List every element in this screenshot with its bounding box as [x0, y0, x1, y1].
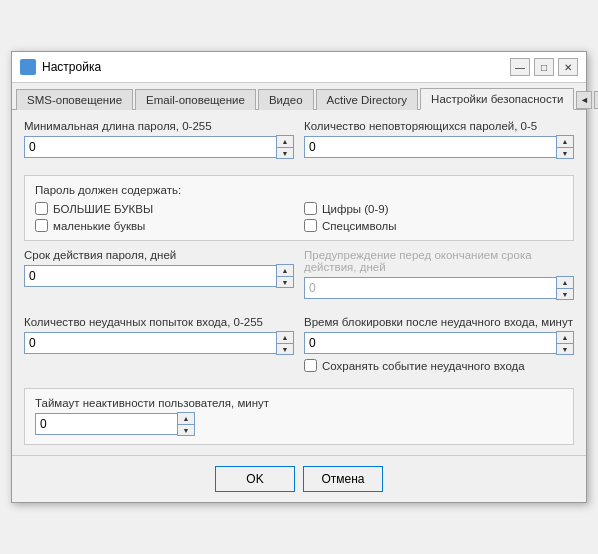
inactivity-spinner-btns: ▲ ▼ — [177, 412, 195, 436]
password-must-contain-label: Пароль должен содержать: — [35, 184, 563, 196]
tab-security-settings[interactable]: Настройки безопасности — [420, 88, 574, 110]
title-bar-left: Настройка — [20, 59, 101, 75]
inactivity-input[interactable] — [35, 413, 177, 435]
tab-sms[interactable]: SMS-оповещение — [16, 89, 133, 110]
password-expiry-section: Срок действия пароля, дней ▲ ▼ — [24, 249, 294, 300]
min-password-section: Минимальная длина пароля, 0-255 ▲ ▼ — [24, 120, 294, 159]
maximize-button[interactable]: □ — [534, 58, 554, 76]
password-requirements-section: Пароль должен содержать: БОЛЬШИЕ БУКВЫ Ц… — [24, 175, 574, 241]
row-passwords-top: Минимальная длина пароля, 0-255 ▲ ▼ Коли… — [24, 120, 574, 167]
min-password-down[interactable]: ▼ — [277, 147, 293, 158]
digits-label: Цифры (0-9) — [322, 203, 389, 215]
failed-attempts-down[interactable]: ▼ — [277, 343, 293, 354]
save-failed-row: Сохранять событие неудачного входа — [304, 359, 574, 372]
checkbox-grid: БОЛЬШИЕ БУКВЫ Цифры (0-9) маленькие букв… — [35, 202, 563, 232]
save-failed-label: Сохранять событие неудачного входа — [322, 360, 525, 372]
unique-passwords-spinner-btns: ▲ ▼ — [556, 135, 574, 159]
inactivity-label: Таймаут неактивности пользователя, минут — [35, 397, 563, 409]
block-time-up[interactable]: ▲ — [557, 332, 573, 343]
failed-attempts-spinner-btns: ▲ ▼ — [276, 331, 294, 355]
content-area: Минимальная длина пароля, 0-255 ▲ ▼ Коли… — [12, 110, 586, 455]
block-time-spinner-btns: ▲ ▼ — [556, 331, 574, 355]
window-title: Настройка — [42, 60, 101, 74]
inactivity-down[interactable]: ▼ — [178, 424, 194, 435]
footer: OK Отмена — [12, 455, 586, 502]
block-time-spinner: ▲ ▼ — [304, 331, 574, 355]
unique-passwords-down[interactable]: ▼ — [557, 147, 573, 158]
digits-row: Цифры (0-9) — [304, 202, 563, 215]
password-expiry-label: Срок действия пароля, дней — [24, 249, 294, 261]
inactivity-spinner: ▲ ▼ — [35, 412, 195, 436]
min-password-spinner: ▲ ▼ — [24, 135, 294, 159]
tab-active-directory[interactable]: Active Directory — [316, 89, 419, 110]
min-password-up[interactable]: ▲ — [277, 136, 293, 147]
unique-passwords-label: Количество неповторяющихся паролей, 0-5 — [304, 120, 574, 132]
inactivity-up[interactable]: ▲ — [178, 413, 194, 424]
tab-nav: ◄ ► — [576, 91, 598, 109]
unique-passwords-input[interactable] — [304, 136, 556, 158]
tab-video[interactable]: Видео — [258, 89, 314, 110]
password-expiry-up[interactable]: ▲ — [277, 265, 293, 276]
unique-passwords-up[interactable]: ▲ — [557, 136, 573, 147]
tab-nav-left[interactable]: ◄ — [576, 91, 592, 109]
warning-down[interactable]: ▼ — [557, 288, 573, 299]
failed-attempts-spinner: ▲ ▼ — [24, 331, 294, 355]
password-expiry-input[interactable] — [24, 265, 276, 287]
save-failed-checkbox[interactable] — [304, 359, 317, 372]
inactivity-section: Таймаут неактивности пользователя, минут… — [24, 388, 574, 445]
password-expiry-spinner: ▲ ▼ — [24, 264, 294, 288]
minimize-button[interactable]: — — [510, 58, 530, 76]
title-bar-controls: — □ ✕ — [510, 58, 578, 76]
unique-passwords-section: Количество неповторяющихся паролей, 0-5 … — [304, 120, 574, 159]
block-time-label: Время блокировки после неудачного входа,… — [304, 316, 574, 328]
small-letters-checkbox[interactable] — [35, 219, 48, 232]
min-password-input[interactable] — [24, 136, 276, 158]
big-letters-checkbox[interactable] — [35, 202, 48, 215]
tab-bar: SMS-оповещение Email-оповещение Видео Ac… — [12, 83, 586, 110]
digits-checkbox[interactable] — [304, 202, 317, 215]
block-time-section: Время блокировки после неудачного входа,… — [304, 316, 574, 372]
warning-section: Предупреждение перед окончанием срока де… — [304, 249, 574, 300]
title-bar: Настройка — □ ✕ — [12, 52, 586, 83]
failed-attempts-up[interactable]: ▲ — [277, 332, 293, 343]
special-checkbox[interactable] — [304, 219, 317, 232]
password-expiry-spinner-btns: ▲ ▼ — [276, 264, 294, 288]
min-password-spinner-btns: ▲ ▼ — [276, 135, 294, 159]
cancel-button[interactable]: Отмена — [303, 466, 383, 492]
ok-button[interactable]: OK — [215, 466, 295, 492]
main-window: Настройка — □ ✕ SMS-оповещение Email-опо… — [11, 51, 587, 503]
tab-email[interactable]: Email-оповещение — [135, 89, 256, 110]
big-letters-row: БОЛЬШИЕ БУКВЫ — [35, 202, 294, 215]
small-letters-row: маленькие буквы — [35, 219, 294, 232]
warning-up[interactable]: ▲ — [557, 277, 573, 288]
warning-label: Предупреждение перед окончанием срока де… — [304, 249, 574, 273]
row-expiry: Срок действия пароля, дней ▲ ▼ Предупреж… — [24, 249, 574, 308]
close-button[interactable]: ✕ — [558, 58, 578, 76]
unique-passwords-spinner: ▲ ▼ — [304, 135, 574, 159]
app-icon — [20, 59, 36, 75]
small-letters-label: маленькие буквы — [53, 220, 145, 232]
warning-input[interactable] — [304, 277, 556, 299]
failed-attempts-label: Количество неудачных попыток входа, 0-25… — [24, 316, 294, 328]
failed-attempts-input[interactable] — [24, 332, 276, 354]
password-expiry-down[interactable]: ▼ — [277, 276, 293, 287]
block-time-down[interactable]: ▼ — [557, 343, 573, 354]
min-password-label: Минимальная длина пароля, 0-255 — [24, 120, 294, 132]
big-letters-label: БОЛЬШИЕ БУКВЫ — [53, 203, 153, 215]
special-label: Спецсимволы — [322, 220, 397, 232]
special-row: Спецсимволы — [304, 219, 563, 232]
warning-spinner: ▲ ▼ — [304, 276, 574, 300]
row-failed: Количество неудачных попыток входа, 0-25… — [24, 316, 574, 380]
warning-spinner-btns: ▲ ▼ — [556, 276, 574, 300]
failed-attempts-section: Количество неудачных попыток входа, 0-25… — [24, 316, 294, 372]
block-time-input[interactable] — [304, 332, 556, 354]
tab-nav-right[interactable]: ► — [594, 91, 598, 109]
